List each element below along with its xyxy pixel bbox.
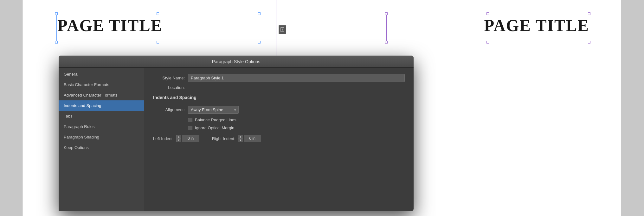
sidebar-item-general[interactable]: General xyxy=(59,69,144,79)
alignment-row: Alignment: Away From Spine ▾ xyxy=(153,106,405,114)
right-indent-down-button[interactable]: ▼ xyxy=(238,138,243,142)
ignore-optical-label: Ignore Optical Margin xyxy=(195,125,234,130)
alignment-label: Alignment: xyxy=(153,107,185,112)
ignore-optical-checkbox[interactable] xyxy=(188,126,192,130)
handle-br-r xyxy=(588,41,590,44)
section-heading: Indents and Spacing xyxy=(153,95,405,100)
sidebar-item-paragraph-shading[interactable]: Paragraph Shading xyxy=(59,132,144,142)
style-name-input[interactable] xyxy=(188,74,405,82)
page-background: PAGE TITLE PAGE TITLE xyxy=(0,0,644,216)
style-name-row: Style Name: xyxy=(153,74,405,82)
paragraph-style-dialog: Paragraph Style Options General Basic Ch… xyxy=(59,56,414,211)
sidebar-item-tabs[interactable]: Tabs xyxy=(59,111,144,121)
dialog-body: General Basic Character Formats Advanced… xyxy=(59,68,414,211)
sidebar-item-basic-char[interactable]: Basic Character Formats xyxy=(59,79,144,90)
location-label: Location: xyxy=(153,85,185,90)
left-indent-spinner: ▲ ▼ xyxy=(176,135,199,142)
balance-ragged-row: Balance Ragged Lines xyxy=(188,118,405,122)
handle-bl xyxy=(55,41,58,44)
handle-tl xyxy=(55,12,58,15)
ignore-optical-row: Ignore Optical Margin xyxy=(188,125,405,130)
right-indent-label: Right Indent: xyxy=(212,136,235,141)
left-indent-spinner-buttons: ▲ ▼ xyxy=(176,135,181,142)
balance-ragged-label: Balance Ragged Lines xyxy=(195,118,236,122)
text-frame-left[interactable] xyxy=(56,14,259,42)
sidebar-item-indents-spacing[interactable]: Indents and Spacing xyxy=(59,100,144,111)
left-indent-label: Left Indent: xyxy=(153,136,174,141)
right-indent-field: Right Indent: ▲ ▼ xyxy=(212,135,261,142)
left-indent-field: Left Indent: ▲ ▼ xyxy=(153,135,199,142)
handle-bl-r xyxy=(385,41,388,44)
frame-link-icon[interactable] xyxy=(279,25,286,34)
sidebar-item-advanced-char[interactable]: Advanced Character Formats xyxy=(59,90,144,100)
dialog-titlebar: Paragraph Style Options xyxy=(59,56,414,68)
handle-tm xyxy=(157,12,159,15)
handle-tr-r xyxy=(588,12,590,15)
alignment-dropdown[interactable]: Away From Spine xyxy=(188,106,239,114)
dialog-sidebar: General Basic Character Formats Advanced… xyxy=(59,68,144,211)
left-indent-up-button[interactable]: ▲ xyxy=(176,135,181,138)
right-indent-spinner: ▲ ▼ xyxy=(238,135,261,142)
left-indent-input[interactable] xyxy=(182,135,199,142)
style-name-label: Style Name: xyxy=(153,76,185,80)
right-indent-up-button[interactable]: ▲ xyxy=(238,135,243,138)
sidebar-item-keep-options[interactable]: Keep Options xyxy=(59,142,144,153)
handle-br xyxy=(258,41,261,44)
left-indent-down-button[interactable]: ▼ xyxy=(176,138,181,142)
alignment-dropdown-wrapper: Away From Spine ▾ xyxy=(188,106,239,114)
dialog-content: Style Name: Location: Indents and Spacin… xyxy=(144,68,414,211)
handle-bm xyxy=(157,41,159,44)
handle-tl-r xyxy=(385,12,388,15)
right-indent-spinner-buttons: ▲ ▼ xyxy=(238,135,243,142)
text-frame-right[interactable] xyxy=(386,14,589,42)
dialog-title: Paragraph Style Options xyxy=(212,59,261,64)
handle-bm-r xyxy=(486,41,489,44)
balance-ragged-checkbox[interactable] xyxy=(188,118,192,122)
handle-tr xyxy=(258,12,261,15)
location-row: Location: xyxy=(153,85,405,90)
sidebar-item-paragraph-rules[interactable]: Paragraph Rules xyxy=(59,121,144,132)
handle-tm-r xyxy=(486,12,489,15)
right-indent-input[interactable] xyxy=(244,135,261,142)
indent-row: Left Indent: ▲ ▼ Right Indent: xyxy=(153,135,405,142)
